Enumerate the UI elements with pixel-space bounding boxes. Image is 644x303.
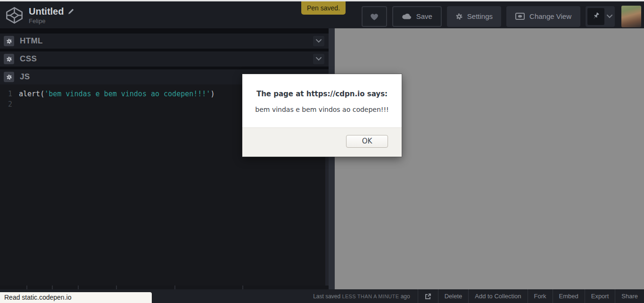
css-settings-button[interactable] bbox=[4, 54, 14, 64]
settings-button[interactable]: Settings bbox=[447, 6, 501, 27]
line-number: 1 bbox=[0, 89, 12, 99]
gear-icon bbox=[455, 13, 463, 20]
pin-button[interactable] bbox=[587, 8, 604, 25]
change-view-button-label: Change View bbox=[529, 12, 571, 20]
pin-dropdown-toggle[interactable] bbox=[604, 15, 615, 18]
alert-dialog-footer: OK bbox=[242, 127, 402, 157]
browser-status-tooltip: Read static.codepen.io bbox=[0, 292, 152, 303]
footer-action-export[interactable]: Export bbox=[585, 289, 615, 303]
title-block: Untitled Felipe bbox=[29, 6, 74, 25]
chevron-down-icon bbox=[316, 39, 322, 43]
change-view-button[interactable]: Change View bbox=[506, 6, 580, 27]
header-actions: Save Settings Change View bbox=[356, 3, 644, 30]
html-collapse-button[interactable] bbox=[313, 36, 324, 46]
gear-icon bbox=[6, 38, 12, 44]
pen-title-text: Untitled bbox=[29, 6, 64, 17]
pen-author: Felipe bbox=[29, 17, 74, 25]
code-token-close: ) bbox=[210, 90, 215, 98]
panel-resize-gutter[interactable] bbox=[329, 28, 335, 289]
footer-action-delete[interactable]: Delete bbox=[438, 289, 469, 303]
codepen-logo-icon[interactable] bbox=[6, 7, 23, 24]
js-settings-button[interactable] bbox=[4, 72, 14, 82]
alert-dialog-message: bem vindas e bem vindos ao codepen!!! bbox=[242, 106, 402, 113]
gear-icon bbox=[6, 56, 12, 62]
save-button[interactable]: Save bbox=[392, 6, 442, 27]
edit-pencil-icon[interactable] bbox=[68, 8, 74, 15]
css-panel-label: CSS bbox=[20, 54, 37, 64]
footer-action-share[interactable]: Share bbox=[615, 289, 644, 303]
change-view-icon bbox=[515, 13, 525, 20]
ok-button[interactable]: OK bbox=[346, 135, 388, 148]
header-bar: Untitled Felipe Pen saved. Save bbox=[0, 1, 644, 28]
html-panel-header[interactable]: HTML bbox=[0, 34, 329, 49]
last-saved-time: LESS THAN A MINUTE bbox=[342, 294, 399, 299]
last-saved-suffix: ago bbox=[401, 293, 410, 300]
last-saved-status: Last saved LESS THAN A MINUTE ago bbox=[313, 293, 410, 300]
alert-dialog-body: The page at https://cdpn.io says: bem vi… bbox=[242, 74, 402, 127]
css-panel-header[interactable]: CSS bbox=[0, 51, 329, 67]
brand: Untitled Felipe bbox=[6, 6, 74, 25]
external-link-icon bbox=[425, 293, 431, 300]
editor-bottom-strip bbox=[0, 286, 329, 289]
heart-icon bbox=[369, 12, 380, 21]
settings-button-label: Settings bbox=[467, 12, 493, 20]
pin-split-button[interactable] bbox=[586, 6, 615, 27]
user-avatar[interactable] bbox=[621, 6, 641, 27]
js-panel-label: JS bbox=[20, 72, 30, 82]
footer-action-fork[interactable]: Fork bbox=[528, 289, 553, 303]
footer-action-add-to-collection[interactable]: Add to Collection bbox=[468, 289, 527, 303]
html-settings-button[interactable] bbox=[4, 36, 14, 46]
chevron-down-icon bbox=[316, 57, 322, 61]
code-token-function: alert( bbox=[19, 90, 44, 98]
pen-title: Untitled bbox=[29, 6, 74, 17]
preview-pane bbox=[335, 28, 644, 289]
html-panel-label: HTML bbox=[20, 36, 43, 46]
last-saved-prefix: Last saved bbox=[313, 293, 340, 300]
footer-action-embed[interactable]: Embed bbox=[553, 289, 585, 303]
line-number: 2 bbox=[0, 99, 12, 109]
css-collapse-button[interactable] bbox=[313, 54, 324, 64]
code-token-string: 'bem vindas e bem vindos ao codepen!!!' bbox=[44, 90, 210, 98]
chevron-down-icon bbox=[607, 15, 612, 18]
pushpin-icon bbox=[592, 12, 600, 21]
editor-column: HTML CSS JS 1aler bbox=[0, 28, 329, 289]
gear-icon bbox=[6, 74, 12, 80]
cloud-icon bbox=[402, 13, 412, 19]
love-button[interactable] bbox=[362, 6, 387, 27]
alert-dialog-title: The page at https://cdpn.io says: bbox=[242, 90, 402, 98]
save-button-label: Save bbox=[416, 12, 432, 20]
pen-saved-toast: Pen saved. bbox=[301, 1, 346, 15]
javascript-alert-dialog: The page at https://cdpn.io says: bem vi… bbox=[242, 74, 402, 157]
open-live-view-button[interactable] bbox=[418, 289, 438, 303]
